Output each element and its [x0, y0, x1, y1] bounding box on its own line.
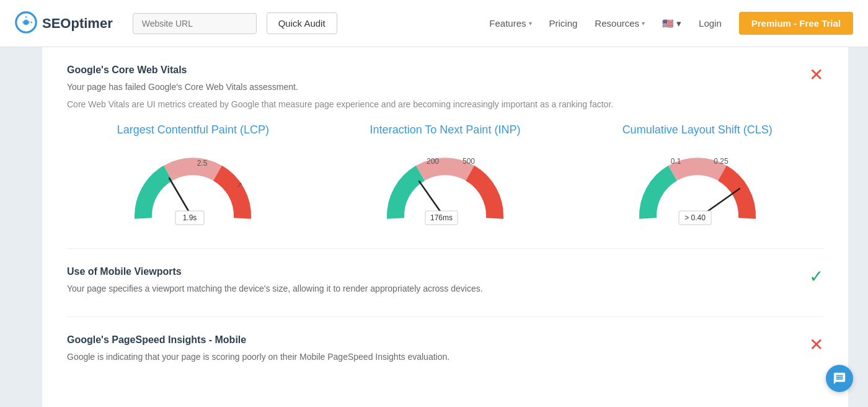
sidebar-left — [0, 47, 42, 407]
logo-text: SEOptimer — [42, 16, 113, 32]
pricing-link[interactable]: Pricing — [549, 18, 578, 29]
core-web-vitals-desc2: Core Web Vitals are UI metrics created b… — [67, 97, 823, 111]
svg-point-1 — [24, 20, 28, 24]
flag-icon: 🇺🇸 — [662, 18, 674, 29]
navbar: SEOptimer Quick Audit Features ▾ Pricing… — [0, 0, 868, 47]
svg-text:1.9s: 1.9s — [183, 213, 197, 222]
nav-links: Features ▾ Pricing Resources ▾ 🇺🇸 ▾ Logi… — [489, 12, 853, 35]
inp-label: Interaction To Next Paint (INP) — [370, 123, 521, 136]
mobile-viewports-desc: Your page specifies a viewport matching … — [67, 282, 823, 295]
chat-icon — [833, 372, 846, 385]
quick-audit-button[interactable]: Quick Audit — [267, 12, 337, 34]
svg-text:200: 200 — [427, 157, 439, 166]
language-selector[interactable]: 🇺🇸 ▾ — [662, 18, 681, 29]
svg-text:> 0.40: > 0.40 — [684, 213, 706, 222]
content-area: ✕ Google's Core Web Vitals Your page has… — [42, 47, 848, 407]
logo-icon — [15, 11, 37, 36]
lcp-label: Largest Contentful Paint (LCP) — [117, 123, 269, 136]
core-web-vitals-title: Google's Core Web Vitals — [67, 65, 823, 76]
logo: SEOptimer — [15, 11, 113, 36]
lcp-gauge-container: 2.5 ↗ 1.9s — [125, 144, 261, 231]
features-chevron: ▾ — [529, 20, 532, 27]
pagespeed-mobile-section: ✕ Google's PageSpeed Insights - Mobile G… — [67, 334, 823, 385]
mobile-viewports-section: ✓ Use of Mobile Viewports Your page spec… — [67, 266, 823, 317]
url-input[interactable] — [133, 13, 257, 34]
resources-link[interactable]: Resources ▾ — [595, 18, 645, 29]
core-web-vitals-desc: Your page has failed Google's Core Web V… — [67, 81, 823, 94]
cls-label: Cumulative Layout Shift (CLS) — [622, 123, 773, 136]
core-web-vitals-section: ✕ Google's Core Web Vitals Your page has… — [67, 65, 823, 249]
svg-text:2.5: 2.5 — [197, 159, 208, 168]
pagespeed-mobile-desc: Google is indicating that your page is s… — [67, 351, 823, 364]
flag-chevron: ▾ — [676, 18, 681, 29]
resources-chevron: ▾ — [642, 20, 645, 27]
inp-gauge-container: 200 500 176ms — [377, 144, 513, 231]
svg-text:↗: ↗ — [236, 181, 242, 189]
sidebar-right — [848, 47, 868, 407]
main-wrapper: ✕ Google's Core Web Vitals Your page has… — [0, 47, 868, 407]
features-link[interactable]: Features ▾ — [489, 18, 531, 29]
core-web-vitals-status-icon: ✕ — [809, 65, 823, 85]
login-link[interactable]: Login — [699, 18, 722, 29]
chat-button[interactable] — [826, 365, 853, 392]
svg-text:176ms: 176ms — [430, 213, 453, 222]
svg-text:0.25: 0.25 — [714, 157, 728, 166]
svg-text:500: 500 — [463, 157, 475, 166]
pagespeed-mobile-status-icon: ✕ — [809, 334, 823, 355]
cls-gauge: Cumulative Layout Shift (CLS) 0.1 0.25 — [571, 123, 823, 231]
mobile-viewports-status-icon: ✓ — [809, 266, 823, 287]
mobile-viewports-title: Use of Mobile Viewports — [67, 266, 823, 277]
cls-gauge-container: 0.1 0.25 > 0.40 — [629, 144, 766, 231]
svg-text:0.1: 0.1 — [670, 157, 681, 166]
pagespeed-mobile-title: Google's PageSpeed Insights - Mobile — [67, 334, 823, 346]
lcp-gauge: Largest Contentful Paint (LCP) 2.5 — [67, 123, 319, 231]
inp-gauge: Interaction To Next Paint (INP) 200 500 — [319, 123, 572, 231]
premium-button[interactable]: Premium - Free Trial — [739, 12, 853, 35]
gauges-row: Largest Contentful Paint (LCP) 2.5 — [67, 123, 823, 231]
